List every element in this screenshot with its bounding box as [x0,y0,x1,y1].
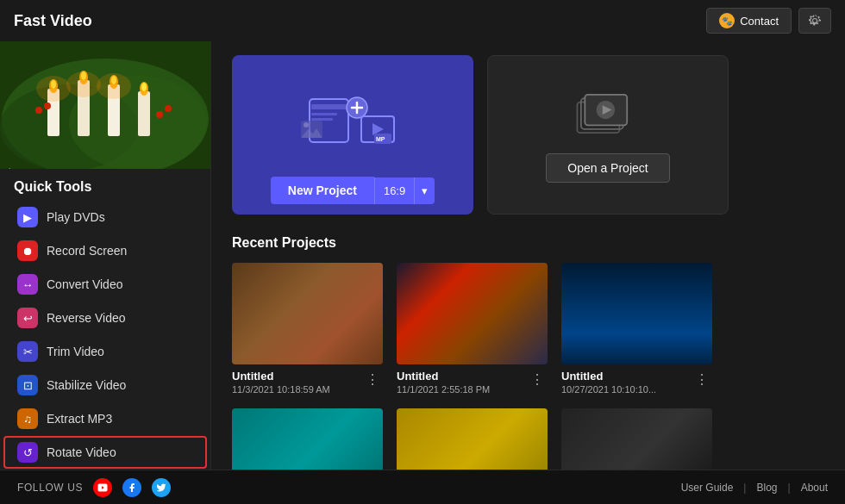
project-image-0 [232,263,383,364]
quick-tools-title: Quick Tools [0,169,210,200]
facebook-icon[interactable] [122,478,141,497]
project-date-2: 10/27/2021 10:10:10... [561,384,656,395]
svg-rect-7 [138,91,150,136]
contact-button[interactable]: 🐾 Contact [706,8,792,34]
project-image-2 [561,263,712,364]
svg-point-17 [66,72,101,97]
follow-label: FOLLOW US [17,482,83,494]
project-more-button-1[interactable]: ⋮ [527,370,548,389]
sidebar-item-play-dvds[interactable]: ▶Play DVDs [3,201,207,233]
gear-icon [808,14,822,28]
sidebar: lc Quick Tools ▶Play DVDs⏺Record Screen↔… [0,41,211,470]
hero-decoration: lc [0,41,210,169]
header: Fast Video 🐾 Contact [0,0,845,41]
project-image-4 [397,408,548,470]
open-project-icon [573,84,642,144]
project-name-0: Untitled [232,370,330,383]
sidebar-item-convert-video[interactable]: ↔Convert Video [3,268,207,301]
trim-video-icon: ✂ [17,341,38,362]
sidebar-item-extract-mp3[interactable]: ♫Extract MP3 [3,402,207,435]
convert-video-label: Convert Video [47,277,122,291]
project-info-0: Untitled11/3/2021 10:18:59 AM⋮ [232,370,383,395]
project-name-1: Untitled [397,370,490,383]
footer-links: User Guide | Blog | About [681,482,828,494]
svg-rect-26 [311,113,337,115]
reverse-video-icon: ↩ [17,308,38,328]
new-project-btn-row: New Project 16:9 ▾ [271,177,435,204]
svg-rect-27 [311,118,333,121]
new-project-icon: MP [292,73,413,159]
recent-projects-title: Recent Projects [232,235,824,251]
project-thumb-1[interactable]: Untitled11/1/2021 2:55:18 PM⋮ [397,263,548,395]
project-thumb-3[interactable] [232,408,383,470]
svg-point-18 [97,73,131,99]
svg-marker-32 [372,123,384,135]
sidebar-items: ▶Play DVDs⏺Record Screen↔Convert Video↩R… [0,200,210,470]
open-project-card: Open a Project [487,55,729,215]
reverse-video-label: Reverse Video [47,311,126,325]
sidebar-item-rotate-video[interactable]: ↺Rotate Video [3,436,207,469]
record-screen-label: Record Screen [47,244,127,258]
sidebar-hero: lc [0,41,210,169]
hero-image: lc [0,41,210,169]
svg-point-20 [44,103,51,109]
sidebar-item-trim-video[interactable]: ✂Trim Video [3,335,207,368]
sidebar-item-record-screen[interactable]: ⏺Record Screen [3,234,207,267]
project-image-5 [561,408,712,470]
settings-button[interactable] [798,8,831,34]
project-thumb-4[interactable] [397,408,548,470]
follow-us-section: FOLLOW US [17,478,171,497]
project-thumb-2[interactable]: Untitled10/27/2021 10:10:10...⋮ [561,263,712,395]
twitter-icon[interactable] [152,478,171,497]
convert-video-icon: ↔ [17,274,38,295]
stabilize-video-label: Stabilize Video [47,378,126,392]
new-project-button[interactable]: New Project [271,177,374,204]
ratio-button[interactable]: 16:9 [374,177,414,204]
rotate-video-icon: ↺ [17,442,38,463]
rotate-video-label: Rotate Video [47,445,116,459]
project-image-1 [397,263,548,364]
content-area: MP New Project 16:9 ▾ [211,41,845,470]
header-actions: 🐾 Contact [706,8,831,34]
play-dvds-icon: ▶ [17,207,38,227]
recent-projects-grid: Untitled11/3/2021 10:18:59 AM⋮Untitled11… [232,263,824,470]
ratio-dropdown-button[interactable]: ▾ [414,177,435,204]
project-image-3 [232,408,383,470]
about-link[interactable]: About [801,482,828,494]
extract-mp3-label: Extract MP3 [47,412,112,426]
svg-point-36 [304,122,309,128]
project-more-button-2[interactable]: ⋮ [692,370,712,389]
svg-text:lc: lc [9,166,16,169]
extract-mp3-icon: ♫ [17,408,38,429]
project-thumb-5[interactable] [561,408,712,470]
user-guide-link[interactable]: User Guide [681,482,734,494]
project-name-2: Untitled [561,370,656,383]
new-project-card: MP New Project 16:9 ▾ [232,55,473,215]
contact-icon: 🐾 [719,13,735,28]
new-project-icon-area: MP [292,55,413,177]
svg-point-16 [36,76,71,102]
svg-point-19 [35,107,42,114]
project-info-1: Untitled11/1/2021 2:55:18 PM⋮ [397,370,548,395]
project-info-2: Untitled10/27/2021 10:10:10...⋮ [561,370,712,395]
svg-point-22 [165,105,172,112]
main-layout: lc Quick Tools ▶Play DVDs⏺Record Screen↔… [0,41,845,470]
record-screen-icon: ⏺ [17,240,38,261]
project-actions: MP New Project 16:9 ▾ [232,55,824,215]
play-dvds-label: Play DVDs [47,210,105,224]
open-project-button[interactable]: Open a Project [546,153,669,183]
sidebar-item-reverse-video[interactable]: ↩Reverse Video [3,302,207,334]
blog-link[interactable]: Blog [756,482,777,494]
project-thumb-0[interactable]: Untitled11/3/2021 10:18:59 AM⋮ [232,263,383,395]
youtube-icon[interactable] [93,478,112,497]
project-date-1: 11/1/2021 2:55:18 PM [397,384,490,395]
stabilize-video-icon: ⊡ [17,375,38,395]
svg-text:MP: MP [376,136,385,142]
project-more-button-0[interactable]: ⋮ [362,370,383,389]
svg-point-15 [141,83,147,91]
bottom-bar: FOLLOW US User Guide | Blog | About [0,470,845,504]
project-date-0: 11/3/2021 10:18:59 AM [232,384,330,395]
open-project-icon-area [573,88,642,140]
svg-rect-25 [311,104,347,109]
sidebar-item-stabilize-video[interactable]: ⊡Stabilize Video [3,369,207,401]
